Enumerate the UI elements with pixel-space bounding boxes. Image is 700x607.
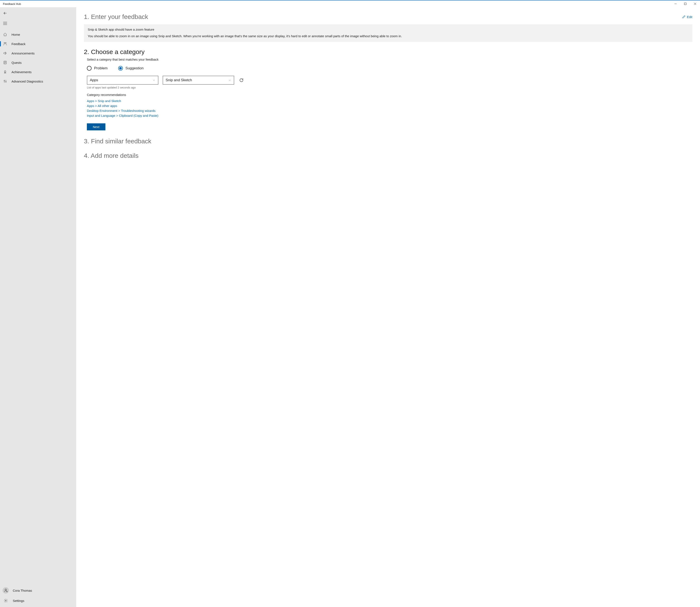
sidebar-item-advanced-diagnostics[interactable]: Advanced Diagnostics — [0, 77, 76, 86]
step2-subtext: Select a category that best matches your… — [87, 58, 692, 61]
settings-button[interactable]: Settings — [0, 595, 76, 606]
sidebar-item-home[interactable]: Home — [0, 30, 76, 39]
user-account-button[interactable]: Cora Thomas — [0, 585, 76, 595]
svg-point-15 — [5, 81, 6, 82]
sidebar-item-label: Achievements — [12, 70, 32, 74]
edit-label: Edit — [687, 15, 692, 19]
diagnostics-icon — [3, 79, 7, 83]
edit-button[interactable]: Edit — [682, 15, 692, 19]
sidebar: Home Feedback Announcements — [0, 7, 76, 607]
sidebar-item-label: Feedback — [12, 42, 25, 46]
update-hint: List of apps last updated 2 seconds ago — [87, 86, 692, 89]
svg-point-16 — [5, 589, 6, 590]
step3-title: 3. Find similar feedback — [84, 138, 692, 145]
minimize-button[interactable] — [671, 0, 680, 7]
home-icon — [3, 33, 7, 36]
svg-point-8 — [4, 43, 5, 44]
maximize-button[interactable] — [680, 0, 690, 7]
svg-point-13 — [4, 80, 5, 81]
sidebar-item-feedback[interactable]: Feedback — [0, 39, 76, 48]
svg-point-19 — [5, 600, 6, 601]
svg-rect-1 — [684, 3, 686, 5]
titlebar: Feedback Hub — [0, 0, 700, 7]
subcategory-dropdown[interactable]: Snip and Sketch — [163, 76, 234, 85]
sidebar-item-label: Announcements — [12, 51, 35, 55]
close-button[interactable] — [690, 0, 700, 7]
step1-title: 1. Enter your feedback — [84, 13, 148, 20]
hamburger-button[interactable] — [0, 19, 10, 28]
sidebar-item-quests[interactable]: Quests — [0, 58, 76, 67]
recommendations-title: Category recommendations — [87, 93, 692, 97]
gear-icon — [3, 599, 9, 603]
recommendation-link[interactable]: Apps > All other apps — [87, 104, 692, 108]
chevron-down-icon — [153, 79, 155, 82]
next-button[interactable]: Next — [87, 123, 105, 130]
feedback-body: You should be able to zoom in on an imag… — [88, 34, 688, 39]
chevron-down-icon — [228, 79, 231, 82]
megaphone-icon — [3, 51, 7, 55]
category-dropdown[interactable]: Apps — [87, 76, 158, 85]
svg-point-9 — [5, 43, 6, 44]
feedback-title: Snip & Sketch app should have a zoom fea… — [88, 28, 688, 31]
window-title: Feedback Hub — [3, 2, 21, 5]
recommendation-link[interactable]: Desktop Environment > Troubleshooting wi… — [87, 109, 692, 112]
step4-title: 4. Add more details — [84, 152, 692, 159]
back-button[interactable] — [0, 9, 10, 17]
recommendations-list: Apps > Snip and Sketch Apps > All other … — [87, 99, 692, 118]
step2-title: 2. Choose a category — [84, 48, 692, 56]
recommendation-link[interactable]: Input and Language > Clipboard (Copy and… — [87, 114, 692, 118]
dropdown-value: Snip and Sketch — [166, 78, 192, 82]
avatar — [3, 587, 9, 593]
sidebar-item-label: Quests — [12, 61, 22, 64]
svg-point-11 — [4, 70, 6, 72]
sidebar-item-label: Home — [12, 33, 20, 36]
sidebar-item-achievements[interactable]: Achievements — [0, 67, 76, 77]
radio-suggestion[interactable]: Suggestion — [118, 66, 143, 70]
medal-icon — [3, 70, 7, 74]
recommendation-link[interactable]: Apps > Snip and Sketch — [87, 99, 692, 103]
user-name: Cora Thomas — [13, 589, 32, 592]
radio-problem[interactable]: Problem — [87, 66, 107, 70]
settings-label: Settings — [13, 599, 24, 603]
radio-icon — [118, 66, 123, 70]
feedback-summary: Snip & Sketch app should have a zoom fea… — [84, 24, 692, 42]
quests-icon — [3, 61, 7, 64]
window-controls — [671, 0, 700, 7]
refresh-button[interactable] — [238, 77, 244, 83]
pencil-icon — [682, 15, 685, 19]
dropdown-value: Apps — [90, 78, 98, 82]
main-content: 1. Enter your feedback Edit Snip & Sketc… — [76, 7, 700, 607]
sidebar-item-announcements[interactable]: Announcements — [0, 48, 76, 58]
radio-label: Problem — [94, 66, 107, 70]
radio-label: Suggestion — [125, 66, 143, 70]
sidebar-item-label: Advanced Diagnostics — [12, 80, 43, 83]
radio-icon — [87, 66, 92, 70]
feedback-icon — [3, 42, 7, 46]
